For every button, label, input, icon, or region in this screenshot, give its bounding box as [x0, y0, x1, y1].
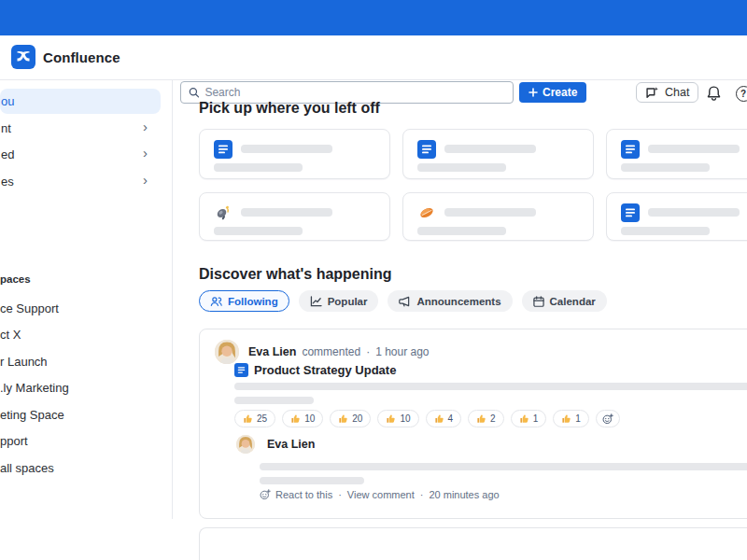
- dot-separator: ·: [338, 489, 342, 500]
- post-title: Product Strategy Update: [254, 363, 396, 377]
- sidebar-space-item[interactable]: r Launch: [0, 348, 172, 375]
- react-to-this-link[interactable]: React to this: [260, 489, 332, 500]
- dot-separator: ·: [420, 489, 424, 500]
- skeleton-title-bar: [648, 208, 740, 217]
- dot-separator: ·: [366, 345, 370, 358]
- add-reaction-icon: [602, 413, 613, 425]
- skeleton-subtitle-bar: [417, 227, 506, 235]
- reaction-pill[interactable]: 10: [377, 410, 418, 427]
- discover-section-title: Discover what's happening: [199, 266, 392, 283]
- sidebar-space-item[interactable]: pport: [0, 428, 172, 455]
- reaction-pill[interactable]: 20: [330, 410, 371, 427]
- reactions-row: 25 10 20 10 4: [234, 410, 620, 427]
- confluence-home-screen: Confluence Create Chat: [0, 0, 747, 560]
- author-avatar[interactable]: [215, 340, 239, 364]
- sidebar-item-for-you[interactable]: ou: [0, 89, 161, 114]
- reaction-count: 20: [352, 413, 362, 424]
- space-item-label: ct X: [0, 328, 21, 342]
- recent-page-card[interactable]: [199, 192, 390, 241]
- sidebar-item-recent[interactable]: nt ›: [0, 116, 161, 141]
- sidebar-item-spaces-nav[interactable]: es ›: [0, 169, 161, 194]
- reaction-pill[interactable]: 2: [468, 410, 504, 427]
- reaction-count: 2: [490, 413, 496, 424]
- view-comment-link[interactable]: View comment: [347, 489, 415, 500]
- thumbs-up-icon: [290, 413, 301, 424]
- reaction-count: 10: [400, 413, 410, 424]
- reaction-count: 25: [257, 413, 267, 424]
- recent-page-card[interactable]: [402, 129, 594, 179]
- recent-page-card[interactable]: [402, 192, 594, 241]
- skeleton-subtitle-bar: [621, 227, 710, 235]
- recent-page-card[interactable]: [199, 129, 390, 179]
- space-item-label: .ly Marketing: [0, 381, 69, 395]
- recent-page-card[interactable]: [606, 129, 747, 179]
- skeleton-subtitle-bar: [214, 163, 303, 172]
- post-header: Eva Lien commented · 1 hour ago: [215, 340, 430, 364]
- document-icon: [621, 140, 640, 159]
- sidebar-space-item[interactable]: eting Space: [0, 401, 172, 428]
- sidebar-space-item[interactable]: .ly Marketing: [0, 375, 172, 402]
- megaphone-icon: [399, 296, 411, 307]
- space-item-label: eting Space: [0, 408, 64, 422]
- filter-chip-calendar[interactable]: Calendar: [522, 290, 607, 312]
- chevron-right-icon: ›: [143, 119, 148, 133]
- sidebar-spaces-section: paces ce Support ct X r Launch .ly Marke…: [0, 269, 172, 482]
- sidebar-space-item[interactable]: ce Support: [0, 295, 172, 322]
- thumbs-up-icon: [386, 413, 396, 424]
- post-timestamp: 1 hour ago: [375, 345, 429, 358]
- feed-post-card: Eva Lien commented · 1 hour ago Product …: [199, 329, 747, 519]
- reaction-count: 4: [448, 413, 454, 424]
- next-feed-post-card[interactable]: [199, 527, 747, 560]
- recent-page-card[interactable]: [606, 192, 747, 241]
- add-reaction-button[interactable]: [596, 410, 620, 427]
- browser-top-bar: [0, 0, 747, 35]
- thumbs-up-icon: [519, 413, 529, 424]
- rugby-ball-icon: [417, 203, 436, 222]
- skeleton-title-bar: [241, 208, 332, 217]
- reaction-count: 1: [575, 413, 581, 424]
- chip-label: Popular: [328, 296, 368, 307]
- skeleton-subtitle-bar: [621, 163, 710, 172]
- reaction-pill[interactable]: 25: [234, 410, 275, 427]
- view-comment-label: View comment: [347, 489, 415, 500]
- skeleton-subtitle-bar: [214, 227, 303, 235]
- pickup-cards-grid: [199, 129, 747, 241]
- comment-timestamp: 20 minutes ago: [429, 489, 499, 500]
- react-label: React to this: [275, 489, 332, 500]
- space-item-label: pport: [0, 434, 28, 448]
- skeleton-excerpt-bar-short: [234, 397, 314, 404]
- commenter-avatar[interactable]: [236, 435, 255, 454]
- reaction-pill[interactable]: 4: [426, 410, 462, 427]
- space-item-label: r Launch: [0, 355, 48, 369]
- post-title-row[interactable]: Product Strategy Update: [234, 363, 396, 377]
- sidebar-item-starred[interactable]: ed ›: [0, 142, 161, 167]
- document-icon: [234, 363, 248, 377]
- sidebar-nav-group: ou nt › ed › es ›: [0, 89, 172, 195]
- post-author-name[interactable]: Eva Lien: [248, 345, 296, 358]
- skeleton-comment-bar-short: [260, 477, 364, 484]
- app-logo-group[interactable]: Confluence: [11, 45, 120, 69]
- chart-trend-icon: [310, 296, 322, 307]
- chip-label: Announcements: [416, 296, 500, 307]
- view-all-spaces-link[interactable]: all spaces: [0, 455, 172, 482]
- confluence-logo-icon: [11, 45, 35, 69]
- filter-chip-popular[interactable]: Popular: [299, 290, 379, 312]
- commenter-name[interactable]: Eva Lien: [267, 438, 315, 451]
- filter-chip-announcements[interactable]: Announcements: [388, 290, 512, 312]
- sidebar-item-label: ed: [0, 147, 14, 161]
- sidebar-space-item[interactable]: ct X: [0, 322, 172, 349]
- document-icon: [214, 140, 233, 159]
- comment-header: Eva Lien: [236, 435, 315, 454]
- thumbs-up-icon: [476, 413, 486, 424]
- skeleton-title-bar: [444, 145, 536, 153]
- reaction-pill[interactable]: 10: [282, 410, 323, 427]
- skeleton-subtitle-bar: [417, 163, 506, 172]
- reaction-pill[interactable]: 1: [553, 410, 589, 427]
- reaction-pill[interactable]: 1: [511, 410, 547, 427]
- filter-chip-following[interactable]: Following: [199, 290, 289, 312]
- thumbs-up-icon: [243, 413, 253, 424]
- main-content: Pick up where you left off: [174, 80, 747, 560]
- confluence-x-glyph: [16, 49, 31, 64]
- sidebar-item-label: es: [0, 175, 14, 189]
- view-all-label: all spaces: [0, 461, 54, 475]
